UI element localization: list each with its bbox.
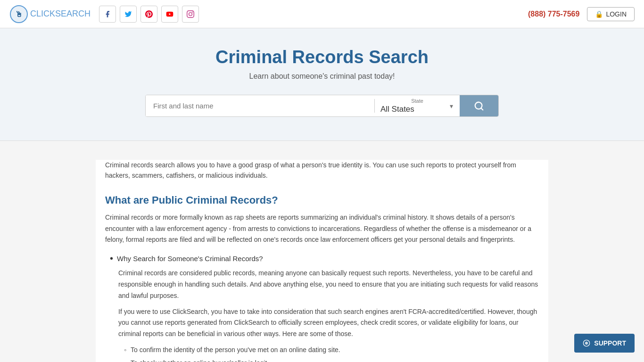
- search-icon: [474, 101, 484, 111]
- hero-section: Criminal Records Search Learn about some…: [0, 28, 644, 141]
- search-bar: State All States Alabama Alaska Arizona …: [145, 95, 499, 117]
- twitter-button[interactable]: [120, 6, 137, 23]
- logo-text: CLICKSEARCH: [30, 9, 91, 19]
- svg-text:🖱: 🖱: [15, 10, 23, 18]
- svg-line-3: [481, 108, 483, 110]
- svg-point-5: [586, 343, 587, 344]
- sub-list-item: To confirm the identity of the person yo…: [124, 345, 539, 356]
- section1-title: What are Public Criminal Records?: [105, 194, 539, 206]
- facebook-button[interactable]: [99, 6, 116, 23]
- bullet1-para2: If you were to use ClickSearch, you have…: [110, 306, 539, 340]
- support-label: SUPPORT: [594, 339, 626, 347]
- site-header: 🖱 CLICKSEARCH (888) 775-7569 🔒 LOGIN: [0, 0, 644, 28]
- login-button[interactable]: 🔒 LOGIN: [587, 7, 635, 21]
- support-button[interactable]: SUPPORT: [574, 334, 635, 353]
- sub-list: To confirm the identity of the person yo…: [110, 345, 539, 362]
- state-select-wrap: State All States Alabama Alaska Arizona …: [375, 95, 460, 116]
- state-label: State: [380, 98, 454, 104]
- header-left: 🖱 CLICKSEARCH: [9, 5, 528, 24]
- bullet-list: Why Search for Someone's Criminal Record…: [105, 253, 539, 362]
- section1-body: Criminal records or more formally known …: [105, 212, 539, 246]
- state-select[interactable]: All States Alabama Alaska Arizona Arkans…: [380, 105, 454, 114]
- instagram-button[interactable]: [182, 6, 199, 23]
- logo[interactable]: 🖱 CLICKSEARCH: [9, 5, 91, 24]
- youtube-button[interactable]: [161, 6, 178, 23]
- search-input[interactable]: [146, 95, 374, 116]
- logo-icon: 🖱: [9, 5, 28, 24]
- hero-subtitle: Learn about someone's criminal past toda…: [9, 72, 635, 81]
- main-content: Criminal records search allows you to ha…: [96, 160, 548, 362]
- bullet1-para1: Criminal records are considered public r…: [110, 268, 539, 301]
- header-right: (888) 775-7569 🔒 LOGIN: [528, 7, 635, 21]
- page-title: Criminal Records Search: [9, 47, 635, 67]
- search-button[interactable]: [460, 95, 498, 116]
- intro-paragraph: Criminal records search allows you to ha…: [105, 160, 539, 181]
- lock-icon: 🔒: [595, 10, 603, 18]
- list-item: Why Search for Someone's Criminal Record…: [110, 253, 539, 362]
- pinterest-button[interactable]: [140, 6, 157, 23]
- phone-number: (888) 775-7569: [528, 10, 579, 18]
- support-icon: [583, 339, 590, 347]
- sub-list-item: To check whether an online buyer/seller …: [124, 358, 539, 362]
- bullet1-title: Why Search for Someone's Criminal Record…: [110, 253, 539, 264]
